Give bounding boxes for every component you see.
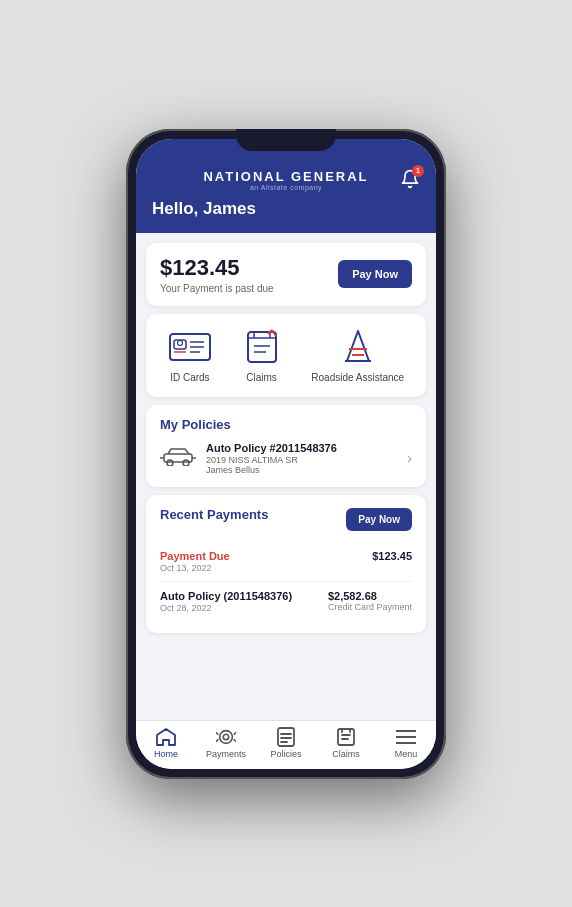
payment-row-label-auto: Auto Policy (2011548376) (160, 590, 292, 602)
payment-due-card: $123.45 Your Payment is past due Pay Now (146, 243, 426, 306)
id-cards-label: ID Cards (170, 372, 209, 383)
policy-holder: James Bellus (206, 465, 397, 475)
payment-label: Your Payment is past due (160, 283, 274, 294)
header: NATIONAL GENERAL an Allstate company Hel… (136, 139, 436, 233)
brand-tagline: an Allstate company (203, 184, 368, 191)
svg-rect-34 (338, 729, 354, 745)
roadside-action[interactable]: Roadside Assistance (311, 328, 404, 383)
svg-rect-1 (174, 340, 186, 349)
bottom-nav: Home Payments (136, 720, 436, 769)
claims-icon (240, 328, 284, 366)
nav-claims[interactable]: Claims (316, 727, 376, 759)
roadside-icon (336, 328, 380, 366)
payments-icon (215, 727, 237, 747)
payment-row-due: Payment Due $123.45 Oct 13, 2022 (160, 542, 412, 582)
nav-policies[interactable]: Policies (256, 727, 316, 759)
nav-menu[interactable]: Menu (376, 727, 436, 759)
my-policies-title: My Policies (160, 417, 412, 432)
roadside-label: Roadside Assistance (311, 372, 404, 383)
recent-pay-now-button[interactable]: Pay Now (346, 508, 412, 531)
notification-bell-button[interactable] (400, 169, 420, 192)
my-policies-section: My Policies Auto Policy #20115 (146, 405, 426, 487)
greeting: Hello, James (152, 199, 420, 219)
nav-home[interactable]: Home (136, 727, 196, 759)
svg-line-27 (234, 732, 236, 734)
payment-row-date-due: Oct 13, 2022 (160, 563, 412, 573)
claims-label: Claims (246, 372, 277, 383)
policy-number: Auto Policy #2011548376 (206, 442, 397, 454)
svg-point-25 (223, 734, 228, 739)
claims-nav-icon (335, 727, 357, 747)
recent-payments-title: Recent Payments (160, 507, 268, 522)
nav-policies-label: Policies (270, 749, 301, 759)
svg-line-28 (216, 739, 218, 741)
nav-menu-label: Menu (395, 749, 418, 759)
pay-now-button[interactable]: Pay Now (338, 260, 412, 288)
phone-screen: NATIONAL GENERAL an Allstate company Hel… (136, 139, 436, 769)
payment-row-amount-due: $123.45 (372, 550, 412, 562)
brand-logo: NATIONAL GENERAL an Allstate company (203, 169, 368, 191)
recent-payments-section: Recent Payments Pay Now Payment Due $123… (146, 495, 426, 633)
brand-name: NATIONAL GENERAL (203, 169, 368, 184)
payment-amount: $123.45 (160, 255, 274, 281)
svg-rect-7 (248, 332, 276, 362)
nav-payments[interactable]: Payments (196, 727, 256, 759)
id-cards-icon (168, 328, 212, 366)
phone-frame: NATIONAL GENERAL an Allstate company Hel… (126, 129, 446, 779)
chevron-right-icon: › (407, 450, 412, 466)
policies-icon (275, 727, 297, 747)
home-icon (155, 727, 177, 747)
recent-payments-header: Recent Payments Pay Now (160, 507, 412, 532)
menu-icon (395, 727, 417, 747)
svg-point-24 (220, 730, 233, 743)
claims-action[interactable]: Claims (240, 328, 284, 383)
payment-row-label-due: Payment Due (160, 550, 230, 562)
payment-row-sub-auto: Credit Card Payment (328, 602, 412, 612)
main-content: $123.45 Your Payment is past due Pay Now (136, 233, 436, 720)
payment-row-date-auto: Oct 28, 2022 (160, 603, 292, 613)
bell-badge (400, 169, 420, 192)
svg-point-2 (177, 340, 182, 345)
car-icon (160, 446, 196, 470)
payment-row-auto: Auto Policy (2011548376) Oct 28, 2022 $2… (160, 582, 412, 621)
nav-home-label: Home (154, 749, 178, 759)
svg-point-21 (183, 460, 189, 466)
quick-actions: ID Cards (146, 314, 426, 397)
policy-vehicle: 2019 NISS ALTIMA SR (206, 455, 397, 465)
nav-payments-label: Payments (206, 749, 246, 759)
nav-claims-label: Claims (332, 749, 360, 759)
svg-marker-15 (347, 331, 369, 361)
id-cards-action[interactable]: ID Cards (168, 328, 212, 383)
svg-line-26 (216, 732, 218, 734)
svg-point-20 (167, 460, 173, 466)
svg-line-29 (234, 739, 236, 741)
payment-row-amount-auto: $2,582.68 (328, 590, 412, 602)
policy-item[interactable]: Auto Policy #2011548376 2019 NISS ALTIMA… (160, 442, 412, 475)
notch (236, 129, 336, 151)
svg-rect-30 (278, 728, 294, 746)
policy-info: Auto Policy #2011548376 2019 NISS ALTIMA… (206, 442, 397, 475)
payment-info: $123.45 Your Payment is past due (160, 255, 274, 294)
